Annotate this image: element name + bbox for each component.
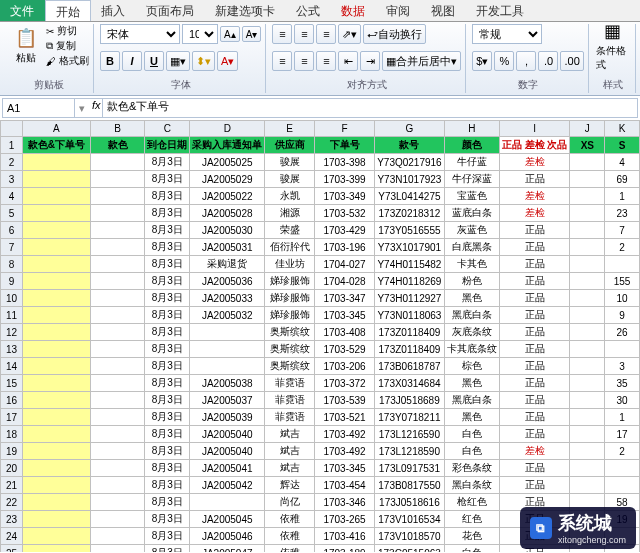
cell[interactable] xyxy=(22,188,90,205)
cell[interactable]: 牛仔深蓝 xyxy=(444,171,499,188)
dropdown-icon[interactable]: ▾ xyxy=(79,102,85,115)
cell[interactable] xyxy=(22,171,90,188)
cell[interactable]: 173Z0218312 xyxy=(374,205,444,222)
select-all-corner[interactable] xyxy=(1,121,23,137)
cell[interactable] xyxy=(22,545,90,553)
cell[interactable]: 8月3日 xyxy=(145,426,190,443)
cell[interactable]: 正品 xyxy=(499,392,570,409)
cell[interactable]: JA2005039 xyxy=(190,409,265,426)
header-cell[interactable]: 到仓日期 xyxy=(145,137,190,154)
cell[interactable] xyxy=(90,528,144,545)
cell[interactable]: 采购退货 xyxy=(190,256,265,273)
cell[interactable]: 差检 xyxy=(499,188,570,205)
cell[interactable] xyxy=(22,375,90,392)
cell[interactable]: 黑白条纹 xyxy=(444,477,499,494)
cell[interactable] xyxy=(570,154,605,171)
cell[interactable]: 26 xyxy=(605,324,640,341)
cell[interactable]: 宝蓝色 xyxy=(444,188,499,205)
cell[interactable]: 8月3日 xyxy=(145,494,190,511)
cell[interactable]: JA2005046 xyxy=(190,528,265,545)
cell[interactable]: 17 xyxy=(605,426,640,443)
tab-开始[interactable]: 开始 xyxy=(45,0,91,21)
cell[interactable]: Y73H0112927 xyxy=(374,290,444,307)
cell[interactable]: 1703-532 xyxy=(315,205,375,222)
cell[interactable]: 8月3日 xyxy=(145,545,190,553)
cell[interactable] xyxy=(570,256,605,273)
cell[interactable]: 正品 xyxy=(499,358,570,375)
tab-公式[interactable]: 公式 xyxy=(286,0,331,21)
cell[interactable]: 花色 xyxy=(444,528,499,545)
cell[interactable]: Y73X1017901 xyxy=(374,239,444,256)
cell[interactable]: JA2005036 xyxy=(190,273,265,290)
tab-数据[interactable]: 数据 xyxy=(331,0,376,21)
cell[interactable]: 8月3日 xyxy=(145,528,190,545)
cell[interactable] xyxy=(22,341,90,358)
tab-file[interactable]: 文件 xyxy=(0,0,45,21)
underline-button[interactable]: U xyxy=(144,51,164,71)
cell[interactable] xyxy=(22,358,90,375)
format-painter-button[interactable]: 🖌格式刷 xyxy=(46,54,89,68)
cell[interactable]: JA2005028 xyxy=(190,205,265,222)
cell[interactable]: 30 xyxy=(605,392,640,409)
dec-decimal-icon[interactable]: .00 xyxy=(560,51,583,71)
cell[interactable]: 正品 xyxy=(499,477,570,494)
cell[interactable]: 骏展 xyxy=(265,154,315,171)
cell[interactable]: 彩色条纹 xyxy=(444,460,499,477)
cell[interactable] xyxy=(22,511,90,528)
cell[interactable]: 差检 xyxy=(499,154,570,171)
cell[interactable]: JA2005029 xyxy=(190,171,265,188)
cell[interactable]: 1 xyxy=(605,188,640,205)
cell[interactable] xyxy=(90,239,144,256)
cell[interactable]: 1703-408 xyxy=(315,324,375,341)
header-cell[interactable]: 款号 xyxy=(374,137,444,154)
cell[interactable] xyxy=(22,528,90,545)
cell[interactable]: 黑底白条 xyxy=(444,307,499,324)
cell[interactable]: JA2005040 xyxy=(190,426,265,443)
cell[interactable]: 1703-521 xyxy=(315,409,375,426)
cell[interactable] xyxy=(90,511,144,528)
cell[interactable]: 湘源 xyxy=(265,205,315,222)
row-header-11[interactable]: 11 xyxy=(1,307,23,324)
cell[interactable] xyxy=(90,341,144,358)
cell[interactable]: 4 xyxy=(605,154,640,171)
tab-页面布局[interactable]: 页面布局 xyxy=(136,0,205,21)
row-header-24[interactable]: 24 xyxy=(1,528,23,545)
cell[interactable]: 8月3日 xyxy=(145,171,190,188)
cell[interactable]: JA2005032 xyxy=(190,307,265,324)
cell[interactable] xyxy=(190,341,265,358)
col-header-J[interactable]: J xyxy=(570,121,605,137)
cell[interactable]: 斌吉 xyxy=(265,443,315,460)
cell[interactable]: 1704-028 xyxy=(315,273,375,290)
indent-inc-icon[interactable]: ⇥ xyxy=(360,51,380,71)
cell[interactable]: 正品 xyxy=(499,426,570,443)
cell[interactable]: 1703-345 xyxy=(315,307,375,324)
cell[interactable] xyxy=(570,188,605,205)
cell[interactable]: 正品 xyxy=(499,171,570,188)
cell[interactable] xyxy=(90,171,144,188)
cell[interactable]: 依稚 xyxy=(265,528,315,545)
cell[interactable]: Y73N1017923 xyxy=(374,171,444,188)
cell[interactable]: 1703-429 xyxy=(315,222,375,239)
row-header-18[interactable]: 18 xyxy=(1,426,23,443)
cell[interactable]: 蓝底白条 xyxy=(444,205,499,222)
wrap-text-button[interactable]: ⮐自动换行 xyxy=(363,24,426,44)
cell[interactable]: 1703-372 xyxy=(315,375,375,392)
paste-button[interactable]: 📋粘贴 xyxy=(8,24,44,68)
cell[interactable]: 粉色 xyxy=(444,273,499,290)
cell[interactable]: 灰底条纹 xyxy=(444,324,499,341)
row-header-9[interactable]: 9 xyxy=(1,273,23,290)
cell[interactable] xyxy=(90,324,144,341)
cell[interactable] xyxy=(22,205,90,222)
cell[interactable] xyxy=(22,477,90,494)
cell[interactable] xyxy=(570,324,605,341)
cell[interactable] xyxy=(90,273,144,290)
row-header-4[interactable]: 4 xyxy=(1,188,23,205)
cell[interactable]: 1703-416 xyxy=(315,528,375,545)
col-header-E[interactable]: E xyxy=(265,121,315,137)
cell[interactable] xyxy=(90,460,144,477)
cell[interactable]: 1704-027 xyxy=(315,256,375,273)
header-cell[interactable]: 下单号 xyxy=(315,137,375,154)
cell[interactable]: 骏展 xyxy=(265,171,315,188)
cell[interactable] xyxy=(570,273,605,290)
cell[interactable]: 娣珍服饰 xyxy=(265,307,315,324)
